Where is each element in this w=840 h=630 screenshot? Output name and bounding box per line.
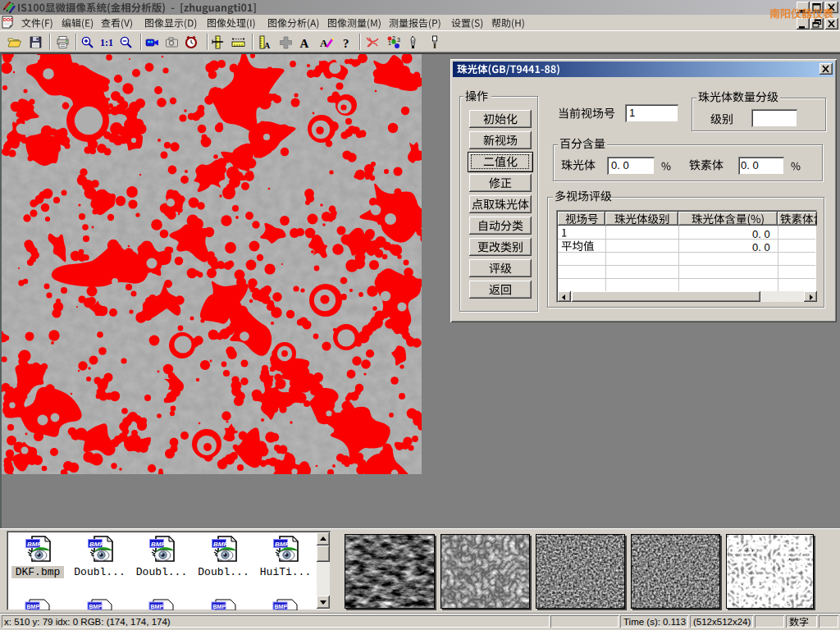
svg-text:DOC: DOC (3, 17, 13, 22)
svg-text:BMP: BMP (27, 604, 40, 609)
svg-text:BMP: BMP (275, 541, 290, 548)
svg-text:BMP: BMP (27, 541, 42, 548)
svg-text:BMP: BMP (89, 541, 104, 548)
svg-text:BMP: BMP (275, 604, 288, 609)
svg-text:A: A (300, 37, 309, 50)
svg-text:2: 2 (392, 35, 395, 41)
svg-text:A: A (320, 37, 328, 49)
svg-text:A: A (264, 41, 271, 50)
svg-text:BMP: BMP (151, 604, 164, 609)
svg-text:BMP: BMP (151, 541, 166, 548)
svg-text:?: ? (343, 37, 349, 50)
svg-text:1:1: 1:1 (100, 37, 113, 48)
svg-text:1: 1 (388, 40, 391, 46)
svg-text:BMP: BMP (213, 541, 228, 548)
svg-text:BMP: BMP (89, 604, 102, 609)
svg-text:BMP: BMP (212, 604, 226, 609)
svg-text:3: 3 (397, 37, 400, 43)
